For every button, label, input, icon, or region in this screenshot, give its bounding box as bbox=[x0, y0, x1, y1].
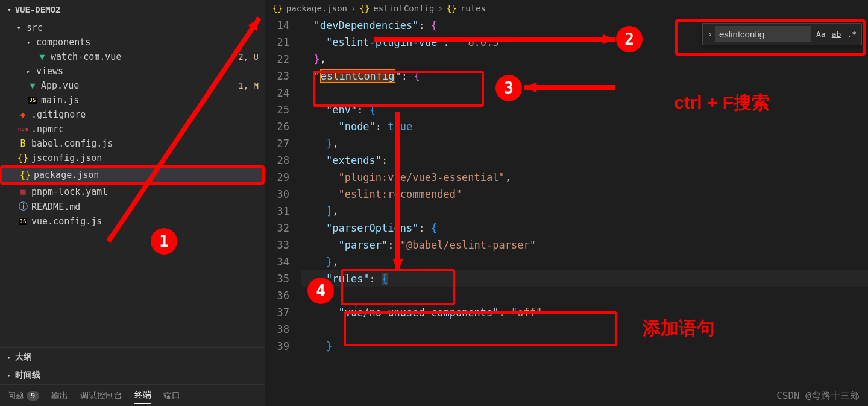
chevron-right-icon: › bbox=[351, 4, 356, 13]
file-item[interactable]: Bbabel.config.js bbox=[0, 136, 265, 151]
file-item[interactable]: JSvue.config.js bbox=[0, 214, 265, 229]
code-line[interactable]: "env": { bbox=[301, 101, 868, 118]
code-line[interactable]: "extends": [ bbox=[301, 152, 868, 169]
panel-tabs: 问题9输出调试控制台终端端口 bbox=[0, 384, 265, 406]
code-line[interactable]: "node": true bbox=[301, 118, 868, 135]
code-line[interactable]: "plugin:vue/vue3-essential", bbox=[301, 169, 868, 186]
panel-tab[interactable]: 终端 bbox=[134, 387, 151, 404]
folder-item[interactable]: ▸views bbox=[0, 64, 265, 78]
file-label: package.json bbox=[34, 170, 262, 180]
folder-label: components bbox=[36, 37, 265, 48]
file-label: pnpm-lock.yaml bbox=[31, 186, 265, 197]
panel-tab[interactable]: 问题9 bbox=[7, 388, 39, 404]
code-line[interactable]: }, bbox=[301, 135, 868, 152]
chevron-icon: ▾ bbox=[17, 24, 27, 32]
code-line[interactable]: "parserOptions": { bbox=[301, 220, 868, 236]
file-item[interactable]: ▼App.vue1, M bbox=[0, 78, 265, 93]
project-title: VUE-DEMO2 bbox=[15, 5, 61, 14]
code-line[interactable]: } bbox=[301, 338, 868, 355]
chevron-icon: ▾ bbox=[27, 39, 36, 46]
code-line[interactable]: "eslint:recommended" bbox=[301, 186, 868, 203]
file-item[interactable]: {}jsconfig.json bbox=[0, 151, 265, 165]
breadcrumb[interactable]: {}package.json›{}eslintConfig›{}rules bbox=[265, 0, 868, 17]
timeline-label: 时间线 bbox=[15, 370, 40, 381]
file-label: .npmrc bbox=[31, 124, 265, 135]
project-header[interactable]: ▾ VUE-DEMO2 bbox=[0, 0, 265, 19]
file-item[interactable]: {}package.json bbox=[0, 165, 265, 185]
chevron-icon: ▸ bbox=[27, 68, 36, 75]
chevron-right-icon: ▸ bbox=[7, 372, 11, 379]
code-editor[interactable]: 1421222324252627282930313233343536373839… bbox=[265, 17, 868, 406]
git-status: 1, M bbox=[238, 81, 259, 90]
panel-tab[interactable]: 端口 bbox=[163, 388, 180, 404]
timeline-section[interactable]: ▸ 时间线 bbox=[0, 366, 265, 384]
breadcrumb-item[interactable]: rules bbox=[461, 4, 486, 13]
panel-tab[interactable]: 调试控制台 bbox=[80, 388, 122, 404]
git-status: 2, U bbox=[238, 52, 259, 62]
code-line[interactable]: "parser": "@babel/eslint-parser" bbox=[301, 236, 868, 253]
folder-item[interactable]: ▾components bbox=[0, 35, 265, 49]
file-item[interactable]: ▦pnpm-lock.yaml bbox=[0, 185, 265, 199]
annotation-text: ctrl + F搜索 bbox=[674, 90, 770, 115]
explorer-sidebar: ▾ VUE-DEMO2 ▾src▾components▼watch-com.vu… bbox=[0, 0, 265, 406]
code-content[interactable]: "devDependencies": { "eslint-plugin-vue"… bbox=[301, 17, 868, 406]
file-item[interactable]: ⓘREADME.md bbox=[0, 199, 265, 214]
file-label: .gitignore bbox=[31, 109, 265, 120]
annotation-marker: 1 bbox=[151, 228, 177, 255]
file-item[interactable]: ▼watch-com.vue2, U bbox=[0, 49, 265, 64]
file-item[interactable]: ◆.gitignore bbox=[0, 107, 265, 122]
badge: 9 bbox=[27, 391, 39, 401]
file-label: README.md bbox=[31, 201, 265, 212]
annotation-marker: 2 bbox=[616, 26, 643, 52]
whole-word-toggle[interactable]: ab bbox=[829, 28, 844, 40]
file-tree: ▾src▾components▼watch-com.vue2, U▸views▼… bbox=[0, 19, 265, 347]
file-label: App.vue bbox=[41, 80, 238, 91]
folder-label: src bbox=[27, 22, 265, 33]
search-input[interactable] bbox=[715, 26, 811, 42]
breadcrumb-item[interactable]: package.json bbox=[286, 4, 347, 13]
file-item[interactable]: JSmain.js bbox=[0, 93, 265, 107]
file-label: main.js bbox=[41, 95, 265, 106]
code-line[interactable]: }, bbox=[301, 253, 868, 270]
code-line[interactable]: "vue/no-unused-components": "off" bbox=[301, 304, 868, 321]
annotation-marker: 3 bbox=[495, 75, 522, 101]
breadcrumb-item[interactable]: eslintConfig bbox=[373, 4, 434, 13]
chevron-right-icon[interactable]: › bbox=[705, 30, 715, 39]
file-label: watch-com.vue bbox=[51, 51, 238, 62]
chevron-down-icon: ▾ bbox=[7, 6, 11, 14]
code-line[interactable]: ], bbox=[301, 203, 868, 220]
line-gutter: 1421222324252627282930313233343536373839 bbox=[265, 17, 301, 406]
code-line[interactable]: "eslintConfig": { bbox=[301, 68, 868, 84]
folder-item[interactable]: ▾src bbox=[0, 21, 265, 35]
editor-area: {}package.json›{}eslintConfig›{}rules 14… bbox=[265, 0, 868, 406]
annotation-marker: 4 bbox=[307, 278, 334, 304]
code-line[interactable] bbox=[301, 287, 868, 304]
code-line[interactable]: }, bbox=[301, 51, 868, 68]
find-widget[interactable]: › Aa ab .* bbox=[702, 23, 862, 45]
annotation-text: 添加语句 bbox=[643, 316, 715, 341]
chevron-right-icon: ▸ bbox=[7, 354, 11, 361]
file-label: vue.config.js bbox=[31, 216, 265, 227]
match-case-toggle[interactable]: Aa bbox=[814, 28, 828, 40]
outline-section[interactable]: ▸ 大纲 bbox=[0, 348, 265, 366]
json-icon: {} bbox=[447, 4, 457, 13]
code-line[interactable] bbox=[301, 321, 868, 338]
json-icon: {} bbox=[359, 4, 370, 13]
outline-label: 大纲 bbox=[15, 352, 32, 363]
code-line[interactable]: "rules": { bbox=[301, 270, 868, 287]
file-label: babel.config.js bbox=[31, 138, 265, 149]
file-item[interactable]: npm.npmrc bbox=[0, 122, 265, 136]
file-label: jsconfig.json bbox=[31, 153, 265, 163]
code-line[interactable] bbox=[301, 84, 868, 101]
panel-tab[interactable]: 输出 bbox=[51, 388, 68, 404]
json-icon: {} bbox=[272, 4, 283, 13]
regex-toggle[interactable]: .* bbox=[844, 28, 859, 40]
folder-label: views bbox=[36, 66, 265, 77]
chevron-right-icon: › bbox=[438, 4, 442, 13]
watermark: CSDN @弯路十三郎 bbox=[776, 390, 860, 402]
